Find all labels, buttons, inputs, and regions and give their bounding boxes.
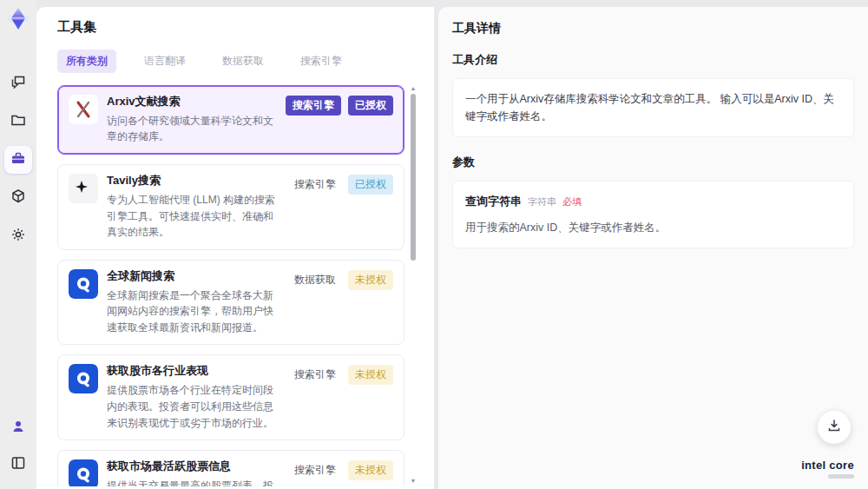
tab-search-engine[interactable]: 搜索引擎 [292,50,351,73]
tool-text: 获取股市各行业表现提供股票市场各个行业在特定时间段内的表现。投资者可以利用这些信… [107,364,280,431]
tool-detail-panel: 工具详情 工具介绍 一个用于从Arxiv存储库搜索科学论文和文章的工具。 输入可… [438,7,868,489]
news-globe-icon [69,269,98,299]
gear-icon [10,226,27,247]
tool-text: Tavily搜索专为人工智能代理 (LLM) 构建的搜索引擎工具。可快速提供实时… [107,174,280,241]
category-badge: 搜索引擎 [289,365,341,385]
tool-name: 获取股市各行业表现 [107,364,280,379]
scrollbar-thumb[interactable] [411,94,416,261]
tool-description: 提供当天交易量最高的股票列表，投资者可以利用这些信息来识别流动性强的股票和潜在的… [107,478,280,486]
sidebar-item-files[interactable] [4,108,32,135]
tool-name: 全球新闻搜索 [107,269,280,284]
intro-card: 一个用于从Arxiv存储库搜索科学论文和文章的工具。 输入可以是Arxiv ID… [452,78,854,137]
sidebar-item-collapse[interactable] [4,451,32,479]
tool-list-item[interactable]: Tavily搜索专为人工智能代理 (LLM) 构建的搜索引擎工具。可快速提供实时… [57,164,404,250]
tool-description: 访问各个研究领域大量科学论文和文章的存储库。 [107,113,277,145]
panel-layout-icon [10,454,27,475]
category-badge: 搜索引擎 [289,460,341,480]
brand-text: intel core [801,459,854,472]
sidebar-item-chat[interactable] [4,69,32,97]
briefcase-icon [10,149,27,170]
param-name: 查询字符串 [465,193,522,211]
tool-name: Tavily搜索 [107,174,280,188]
app-rail [0,0,36,489]
param-type: 字符串 [528,195,556,210]
tool-name: 获取市场最活跃股票信息 [107,459,280,474]
tool-description: 全球新闻搜索是一个聚合全球各大新闻网站内容的搜索引擎，帮助用户快速获取全球最新资… [107,287,280,336]
tool-list-item[interactable]: 获取市场最活跃股票信息提供当天交易量最高的股票列表，投资者可以利用这些信息来识别… [57,450,404,486]
auth-status-badge: 未授权 [348,270,393,290]
auth-status-badge: 未授权 [348,460,393,480]
list-scrollbar: ▲ ▼ [410,87,417,483]
category-badge: 搜索引擎 [289,175,341,195]
user-icon [10,418,27,439]
category-tabs: 所有类别 语言翻译 数据获取 搜索引擎 [57,50,417,73]
sidebar-item-account[interactable] [4,414,32,442]
tool-badges: 搜索引擎已授权 [289,174,393,195]
param-description: 用于搜索的Arxiv ID、关键字或作者姓名。 [465,219,841,236]
sidebar-item-models[interactable] [4,184,32,212]
app-logo-icon[interactable] [4,5,32,33]
tab-all-categories[interactable]: 所有类别 [57,50,116,73]
arxiv-logo-icon [69,95,98,124]
cube-icon [10,188,27,208]
category-badge: 数据获取 [289,270,341,290]
param-card: 查询字符串 字符串 必填 用于搜索的Arxiv ID、关键字或作者姓名。 [452,181,854,248]
sparkle-icon [69,174,98,203]
tab-language-translation[interactable]: 语言翻译 [135,50,194,73]
tab-data-fetch[interactable]: 数据获取 [214,50,273,73]
tool-description: 专为人工智能代理 (LLM) 构建的搜索引擎工具。可快速提供实时、准确和真实的结… [107,192,280,241]
page-title: 工具集 [57,19,417,36]
tool-list-item[interactable]: Arxiv文献搜索访问各个研究领域大量科学论文和文章的存储库。搜索引擎已授权 [57,85,404,155]
scroll-down-icon[interactable]: ▼ [410,478,417,485]
tool-text: 全球新闻搜索全球新闻搜索是一个聚合全球各大新闻网站内容的搜索引擎，帮助用户快速获… [107,269,280,336]
auth-status-badge: 未授权 [348,365,393,385]
tool-badges: 搜索引擎已授权 [286,95,393,116]
chat-icon [10,73,27,94]
brand-bar [828,474,854,479]
download-icon [826,418,842,437]
news-globe-icon [69,364,98,393]
tool-description: 提供股票市场各个行业在特定时间段内的表现。投资者可以利用这些信息来识别表现优于或… [107,382,280,431]
param-required-flag: 必填 [562,195,582,210]
download-button[interactable] [818,411,851,444]
brand-mark: intel core [801,459,854,479]
tool-list-item[interactable]: 获取股市各行业表现提供股票市场各个行业在特定时间段内的表现。投资者可以利用这些信… [57,354,404,440]
tool-badges: 数据获取未授权 [289,269,393,290]
tool-list-item[interactable]: 全球新闻搜索全球新闻搜索是一个聚合全球各大新闻网站内容的搜索引擎，帮助用户快速获… [57,260,404,346]
sidebar-item-settings[interactable] [4,222,32,250]
category-badge: 搜索引擎 [286,96,341,116]
tool-badges: 搜索引擎未授权 [289,459,393,480]
sidebar-item-toolbox[interactable] [4,146,32,174]
tool-text: Arxiv文献搜索访问各个研究领域大量科学论文和文章的存储库。 [107,95,277,145]
tool-badges: 搜索引擎未授权 [289,364,393,385]
auth-status-badge: 已授权 [348,96,393,116]
intro-heading: 工具介绍 [452,52,854,68]
scroll-up-icon[interactable]: ▲ [410,85,417,92]
tool-list-panel: 工具集 所有类别 语言翻译 数据获取 搜索引擎 ▲ ▼ Arxiv文献搜索访问各… [36,7,434,489]
tool-list: ▲ ▼ Arxiv文献搜索访问各个研究领域大量科学论文和文章的存储库。搜索引擎已… [57,85,417,486]
folder-icon [10,111,27,132]
auth-status-badge: 已授权 [348,175,393,195]
detail-title: 工具详情 [452,21,854,36]
params-heading: 参数 [452,155,854,170]
tool-text: 获取市场最活跃股票信息提供当天交易量最高的股票列表，投资者可以利用这些信息来识别… [107,459,280,486]
news-globe-icon [69,459,98,486]
tool-name: Arxiv文献搜索 [107,95,277,109]
